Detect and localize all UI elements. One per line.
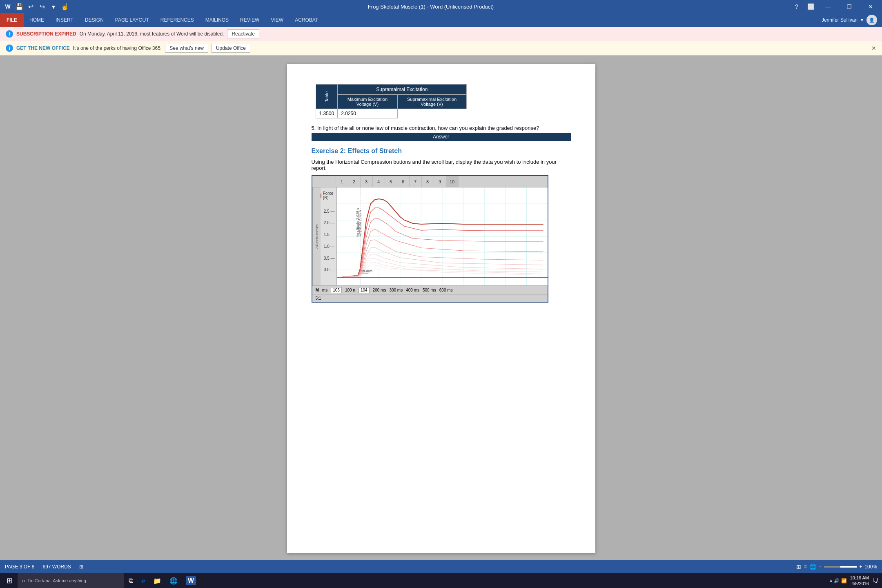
tab-acrobat[interactable]: ACROBAT	[289, 13, 324, 27]
zoom-area: ⊞ ≡ 🌐 − + 100%	[796, 564, 877, 570]
office-notification: i GET THE NEW OFFICE It's one of the per…	[0, 41, 882, 56]
exercise-2-heading: Exercise 2: Effects of Stretch	[312, 147, 571, 155]
document-page: Table Supramaimal Excitation Maximum Exc…	[287, 64, 595, 553]
chart-num-3: 3	[361, 176, 373, 187]
cortana-text: I'm Cortana. Ask me anything.	[27, 578, 87, 583]
cortana-icon: ○	[22, 577, 25, 584]
taskbar-clock[interactable]: 10:16 AM 4/5/2016	[850, 575, 869, 587]
chart-body: ADInstruments Force (N) 2.5 — 2.0 — 1.5 …	[312, 187, 548, 285]
chart-600ms: 600 ms	[439, 288, 453, 292]
chrome-button[interactable]: 🌐	[166, 573, 181, 588]
view-read-icon[interactable]: ≡	[804, 564, 807, 570]
taskbar: ⊞ ○ I'm Cortana. Ask me anything. ⧉ ℯ 📁 …	[0, 573, 882, 588]
chart-m-label: M	[316, 288, 319, 292]
minimize-button[interactable]: —	[820, 0, 836, 13]
y-label-2-5: 2.5 —	[324, 209, 336, 214]
instruction-text: Using the Horizontal Compression buttons…	[312, 159, 571, 171]
info-icon: i	[6, 30, 13, 38]
clock-date: 4/5/2016	[850, 581, 869, 586]
titlebar-left-icons: W 💾 ↩ ↪ ▾ ☝	[3, 2, 69, 11]
close-button[interactable]: ✕	[862, 0, 879, 13]
view-layout-icon[interactable]: ⊞	[796, 564, 801, 570]
user-dropdown-icon[interactable]: ▾	[861, 17, 863, 23]
view-icon[interactable]: ⊞	[79, 564, 83, 570]
edge-button[interactable]: ℯ	[138, 573, 148, 588]
chart-num-10: 10	[446, 176, 459, 187]
table-cell-col2-row1: 2.0250	[338, 109, 397, 118]
office-notification-close[interactable]: ✕	[871, 45, 876, 51]
chart-104: 104	[359, 287, 370, 293]
col2-header: Supramaximal Excitation Voltage (V)	[397, 95, 466, 109]
y-label-0-5: 0.5 —	[324, 256, 336, 261]
y-label-1-5: 1.5 —	[324, 232, 336, 237]
save-icon[interactable]: 💾	[15, 2, 24, 11]
reactivate-button[interactable]: Reactivate	[227, 29, 259, 38]
system-tray-icons: ∧ 🔊 📶	[829, 578, 846, 584]
chart-300ms: 300 ms	[389, 288, 403, 292]
chart-num-1: 1	[336, 176, 348, 187]
subscription-text: On Monday, April 11, 2016, most features…	[80, 31, 224, 37]
tab-mailings[interactable]: MAILINGS	[200, 13, 234, 27]
office-info-icon: i	[6, 45, 13, 52]
word-count: 697 WORDS	[42, 564, 71, 570]
help-icon[interactable]: ?	[792, 2, 801, 11]
titlebar-right-icons: ? ⬜ — ❐ ✕	[792, 0, 879, 13]
question-5: 5. In light of the all or none law of mu…	[312, 125, 571, 131]
chart-103: 103	[331, 287, 342, 293]
undo-icon[interactable]: ↩	[26, 2, 35, 11]
tab-design[interactable]: DESIGN	[79, 13, 109, 27]
zoom-in-button[interactable]: +	[859, 564, 862, 570]
y-label-1-0: 1.0 —	[324, 244, 336, 249]
chart-header: 1 2 3 4 5 6 7 8 9 10	[312, 176, 548, 187]
update-office-button[interactable]: Update Office	[212, 44, 250, 53]
tab-home[interactable]: HOME	[24, 13, 50, 27]
ribbon-toggle-icon[interactable]: ⬜	[806, 2, 815, 11]
tab-review[interactable]: REVIEW	[234, 13, 265, 27]
tab-insert[interactable]: INSERT	[50, 13, 79, 27]
answer-bar: Answer	[312, 133, 571, 141]
chart-footer: M ms 103 100 n 104 200 ms 300 ms 400 ms …	[312, 285, 548, 294]
cortana-search[interactable]: ○ I'm Cortana. Ask me anything.	[18, 573, 124, 588]
subscription-label: SUBSCRIPTION EXPIRED	[16, 31, 76, 37]
redo-icon[interactable]: ↪	[38, 2, 47, 11]
chart-num-2: 2	[348, 176, 361, 187]
tab-references[interactable]: REFERENCES	[155, 13, 200, 27]
restore-button[interactable]: ❐	[841, 0, 858, 13]
user-area: Jennifer Sullivan ▾ 👤	[822, 15, 882, 27]
avatar: 👤	[866, 15, 877, 25]
chart-num-4: 4	[373, 176, 385, 187]
ribbon-tabs: FILE HOME INSERT DESIGN PAGE LAYOUT REFE…	[0, 13, 882, 27]
tab-file[interactable]: FILE	[0, 13, 24, 27]
user-name[interactable]: Jennifer Sullivan	[822, 17, 858, 23]
chart-scale: 5:1	[312, 294, 548, 302]
zoom-slider[interactable]	[824, 566, 857, 568]
table-cell-col1-row1: 1.3500	[316, 109, 338, 118]
zoom-out-button[interactable]: −	[819, 564, 822, 570]
touch-icon[interactable]: ☝	[60, 2, 69, 11]
chart-num-9: 9	[434, 176, 446, 187]
chart-500ms: 500 ms	[423, 288, 436, 292]
tab-view[interactable]: VIEW	[265, 13, 289, 27]
chart-200ms: 200 ms	[373, 288, 386, 292]
notification-icon[interactable]: 🗨	[872, 577, 879, 584]
chart-adinstruments-label: ADInstruments	[312, 187, 321, 285]
zoom-level: 100%	[864, 564, 877, 570]
chart-num-8: 8	[422, 176, 434, 187]
customize-icon[interactable]: ▾	[49, 2, 58, 11]
explorer-button[interactable]: 📁	[150, 573, 165, 588]
tab-page-layout[interactable]: PAGE LAYOUT	[109, 13, 155, 27]
clock-time: 10:16 AM	[850, 575, 869, 581]
view-web-icon[interactable]: 🌐	[809, 564, 816, 570]
see-whats-new-button[interactable]: See what's new	[165, 44, 208, 53]
edge-icon: ℯ	[141, 577, 145, 585]
y-label-2-0: 2.0 —	[324, 220, 336, 225]
start-button[interactable]: ⊞	[3, 573, 16, 588]
chart-100n: 100 n	[345, 288, 355, 292]
y-label-0-0: 0.0 —	[324, 267, 336, 272]
supramaximal-table: Table Supramaimal Excitation Maximum Exc…	[316, 84, 467, 118]
chart-ms-label: ms	[322, 288, 327, 292]
document-area: Table Supramaimal Excitation Maximum Exc…	[0, 56, 882, 561]
explorer-icon: 📁	[153, 577, 161, 585]
task-view-button[interactable]: ⧉	[125, 573, 136, 588]
word-button[interactable]: W	[183, 573, 199, 588]
